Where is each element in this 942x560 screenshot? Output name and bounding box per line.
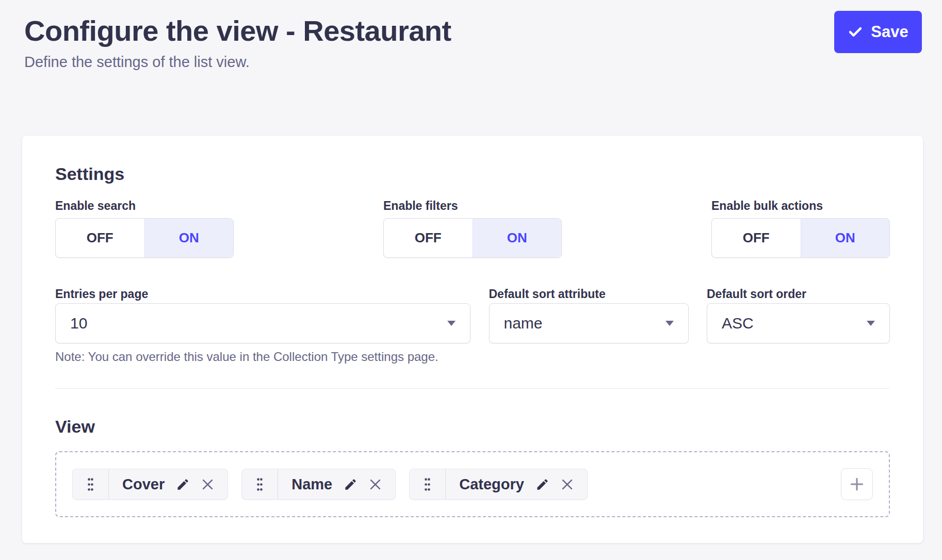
page-title: Configure the view - Restaurant <box>24 13 921 48</box>
remove-field-button[interactable] <box>560 477 575 492</box>
save-button-label: Save <box>871 23 908 41</box>
select-dropdown[interactable]: name <box>489 303 689 343</box>
on-off-toggle: OFF ON <box>711 218 890 258</box>
field-chip-label: Category <box>459 476 524 493</box>
select-label: Entries per page <box>55 287 470 301</box>
select-value: 10 <box>70 315 87 332</box>
field-chip[interactable]: Category <box>409 469 588 500</box>
pencil-icon <box>344 477 358 491</box>
drag-handle-icon[interactable] <box>242 469 278 499</box>
remove-field-button[interactable] <box>200 477 215 492</box>
select-field: Entries per page 10 <box>55 287 470 343</box>
view-heading: View <box>55 416 890 437</box>
section-divider <box>55 388 890 389</box>
settings-card: Settings Enable search OFF ON Enable fil… <box>22 136 923 543</box>
chevron-down-icon <box>447 321 456 326</box>
field-dropzone: Cover <box>55 451 890 517</box>
close-icon <box>368 477 383 492</box>
toggle-label: Enable search <box>55 199 234 213</box>
entries-note: Note: You can override this value in the… <box>55 350 890 364</box>
selects-row: Entries per page 10 Default sort attribu… <box>55 287 890 343</box>
on-off-toggle: OFF ON <box>55 218 234 258</box>
toggle-off-button[interactable]: OFF <box>712 219 801 257</box>
close-icon <box>560 477 575 492</box>
field-chip-label: Name <box>291 476 332 493</box>
toggle-on-button[interactable]: ON <box>473 219 562 257</box>
field-chips: Cover <box>72 469 588 500</box>
select-field: Default sort attribute name <box>489 287 689 343</box>
check-icon <box>848 24 863 40</box>
chevron-down-icon <box>867 321 875 326</box>
save-button[interactable]: Save <box>834 11 922 53</box>
field-chip[interactable]: Cover <box>72 469 228 500</box>
close-icon <box>200 477 215 492</box>
edit-field-button[interactable] <box>176 477 190 491</box>
drag-handle-icon[interactable] <box>410 469 446 499</box>
pencil-icon <box>535 477 549 491</box>
select-dropdown[interactable]: ASC <box>707 303 890 343</box>
pencil-icon <box>176 477 190 491</box>
toggle-off-button[interactable]: OFF <box>384 219 473 257</box>
select-field: Default sort order ASC <box>707 287 890 343</box>
add-field-button[interactable] <box>841 468 873 500</box>
page-header: Configure the view - Restaurant Define t… <box>0 0 942 71</box>
field-chip[interactable]: Name <box>241 469 396 500</box>
select-value: name <box>504 315 543 332</box>
select-dropdown[interactable]: 10 <box>55 303 470 343</box>
edit-field-button[interactable] <box>535 477 549 491</box>
chevron-down-icon <box>665 321 674 326</box>
settings-heading: Settings <box>55 163 890 185</box>
edit-field-button[interactable] <box>344 477 358 491</box>
toggle-field: Enable bulk actions OFF ON <box>711 199 890 258</box>
toggle-label: Enable filters <box>383 199 562 213</box>
plus-icon <box>848 475 866 493</box>
on-off-toggle: OFF ON <box>383 218 562 258</box>
select-value: ASC <box>722 315 754 332</box>
page-subtitle: Define the settings of the list view. <box>24 53 921 71</box>
toggle-label: Enable bulk actions <box>711 199 890 213</box>
select-label: Default sort attribute <box>489 287 689 301</box>
field-chip-label: Cover <box>122 476 165 493</box>
toggle-on-button[interactable]: ON <box>801 219 890 257</box>
toggle-off-button[interactable]: OFF <box>56 219 144 257</box>
drag-handle-icon[interactable] <box>73 469 109 499</box>
toggles-row: Enable search OFF ON Enable filters OFF … <box>55 199 890 258</box>
toggle-field: Enable search OFF ON <box>55 199 234 258</box>
toggle-field: Enable filters OFF ON <box>383 199 562 258</box>
toggle-on-button[interactable]: ON <box>144 219 234 257</box>
select-label: Default sort order <box>707 287 890 301</box>
remove-field-button[interactable] <box>368 477 383 492</box>
